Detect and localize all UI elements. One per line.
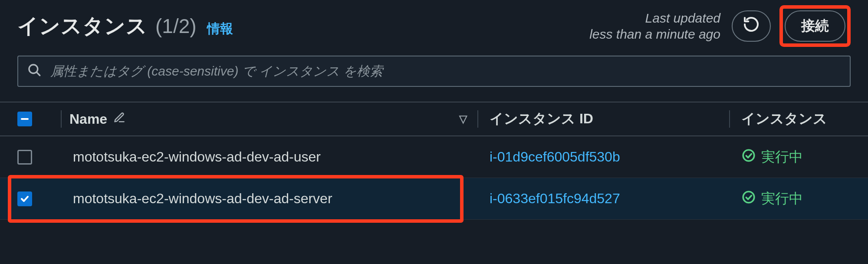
search-icon — [27, 63, 42, 80]
instance-count: (1/2) — [155, 14, 197, 38]
check-circle-icon — [741, 148, 756, 166]
sort-icon[interactable]: ▽ — [459, 113, 467, 125]
last-updated-line1: Last updated — [589, 10, 720, 26]
column-header-instance-state-label: インスタンス — [741, 109, 827, 129]
connect-button[interactable]: 接続 — [785, 10, 845, 42]
status-label: 実行中 — [761, 189, 803, 208]
column-header-instance-id[interactable]: インスタンス ID — [477, 109, 729, 129]
instance-id-link[interactable]: i-0633ef015fc94d527 — [490, 191, 620, 207]
row-checkbox-cell[interactable] — [0, 191, 61, 206]
page-title: インスタンス — [17, 12, 148, 40]
row-state-cell: 実行中 — [729, 189, 868, 208]
instance-id-link[interactable]: i-01d9cef6005df530b — [490, 149, 620, 165]
connect-button-label: 接続 — [801, 16, 829, 36]
svg-point-2 — [743, 150, 754, 161]
instance-name: mototsuka-ec2-windows-ad-dev-ad-server — [73, 191, 332, 207]
title-block: インスタンス (1/2) 情報 — [17, 12, 233, 40]
svg-line-1 — [37, 72, 40, 75]
edit-icon[interactable] — [113, 111, 125, 127]
column-header-instance-id-label: インスタンス ID — [490, 109, 593, 129]
row-checkbox-cell[interactable] — [0, 150, 61, 165]
info-link[interactable]: 情報 — [207, 20, 233, 38]
search-field-wrapper[interactable] — [17, 56, 851, 87]
row-instance-id-cell: i-0633ef015fc94d527 — [477, 191, 729, 207]
row-checkbox[interactable] — [17, 150, 32, 165]
column-header-name[interactable]: Name ▽ — [61, 111, 477, 127]
status-badge: 実行中 — [741, 189, 803, 208]
instances-table: Name ▽ インスタンス ID インスタンス mototsuka-ec2-wi… — [0, 102, 868, 220]
table-header-row: Name ▽ インスタンス ID インスタンス — [0, 102, 868, 136]
row-name-cell: mototsuka-ec2-windows-ad-dev-ad-server — [61, 191, 477, 207]
select-all-cell[interactable] — [0, 112, 61, 126]
table-row[interactable]: mototsuka-ec2-windows-ad-dev-ad-user i-0… — [0, 136, 868, 178]
status-badge: 実行中 — [741, 148, 803, 167]
page-header: インスタンス (1/2) 情報 Last updated less than a… — [0, 0, 868, 43]
table-row[interactable]: mototsuka-ec2-windows-ad-dev-ad-server i… — [0, 178, 868, 220]
column-header-name-label: Name — [69, 111, 107, 127]
row-instance-id-cell: i-01d9cef6005df530b — [477, 149, 729, 165]
row-state-cell: 実行中 — [729, 148, 868, 167]
refresh-button[interactable] — [732, 10, 771, 42]
refresh-icon — [743, 16, 760, 36]
row-name-cell: mototsuka-ec2-windows-ad-dev-ad-user — [61, 149, 477, 165]
select-all-checkbox[interactable] — [17, 112, 32, 126]
column-header-instance-state[interactable]: インスタンス — [729, 109, 868, 129]
instance-name: mototsuka-ec2-windows-ad-dev-ad-user — [73, 149, 321, 165]
connect-button-highlight: 接続 — [779, 5, 851, 47]
status-label: 実行中 — [761, 148, 803, 167]
search-input[interactable] — [50, 64, 841, 79]
svg-point-3 — [743, 191, 754, 203]
check-circle-icon — [741, 190, 756, 208]
last-updated-line2: less than a minute ago — [589, 26, 720, 43]
row-checkbox[interactable] — [17, 191, 32, 206]
last-updated-text: Last updated less than a minute ago — [589, 10, 720, 43]
search-bar — [17, 56, 851, 87]
